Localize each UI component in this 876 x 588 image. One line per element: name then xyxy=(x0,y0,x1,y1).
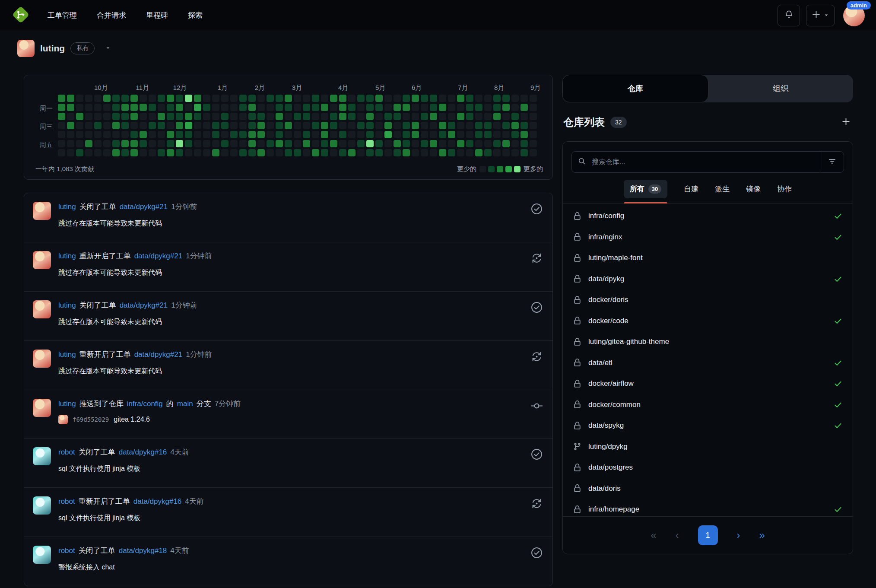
page-current[interactable]: 1 xyxy=(698,525,718,545)
fork-icon xyxy=(573,442,582,451)
repo-list-item[interactable]: infra/nginx xyxy=(573,227,842,248)
avatar[interactable] xyxy=(33,300,51,318)
lock-icon xyxy=(573,422,582,430)
repo-link[interactable]: infra/nginx xyxy=(588,233,622,242)
tab-repositories[interactable]: 仓库 xyxy=(562,75,708,102)
repo-link[interactable]: docker/code xyxy=(588,317,628,325)
tab-organizations[interactable]: 组织 xyxy=(708,75,854,102)
target-link[interactable]: data/dpykg#16 xyxy=(133,497,182,506)
repo-list-item[interactable]: infra/homepage xyxy=(573,499,842,516)
heatmap-cell xyxy=(303,131,310,138)
target-link[interactable]: data/dpykg#21 xyxy=(120,203,168,211)
repo-link[interactable]: infra/config xyxy=(588,212,624,220)
avatar[interactable] xyxy=(33,496,51,515)
repo-link[interactable]: data/etl xyxy=(588,359,613,367)
nav-explore[interactable]: 探索 xyxy=(188,10,203,20)
heatmap-cell xyxy=(430,95,437,102)
page-last-button[interactable]: » xyxy=(759,529,765,541)
repo-list-item[interactable]: data/doris xyxy=(573,478,842,499)
heatmap-cell xyxy=(330,104,337,111)
repo-link[interactable]: luting/maple-font xyxy=(588,254,643,262)
repo-filter-active[interactable]: 所有30 xyxy=(624,175,667,203)
repo-link[interactable]: luting/dpykg xyxy=(588,442,628,451)
heatmap-cell xyxy=(439,104,446,111)
repo-link[interactable]: data/doris xyxy=(588,484,621,493)
repo-list-item[interactable]: docker/code xyxy=(573,311,842,332)
avatar[interactable] xyxy=(33,399,51,417)
repo-link[interactable]: luting/gitea-github-theme xyxy=(588,337,669,346)
repo-list-item[interactable]: docker/doris xyxy=(573,289,842,311)
activity-feed: luting关闭了工单data/dpykg#211分钟前跳过存在版本可能导致未更… xyxy=(24,193,553,586)
repo-list-item[interactable]: data/dpykg xyxy=(573,269,842,290)
user-link[interactable]: luting xyxy=(58,203,76,211)
nav-merge-requests[interactable]: 合并请求 xyxy=(97,10,126,20)
user-menu[interactable]: admin xyxy=(843,5,865,26)
branch-link[interactable]: main xyxy=(177,400,193,408)
target-link[interactable]: data/dpykg#21 xyxy=(120,301,168,310)
target-link[interactable]: data/dpykg#21 xyxy=(134,252,183,261)
user-link[interactable]: robot xyxy=(58,448,75,457)
repo-link[interactable]: docker/common xyxy=(588,400,641,409)
repo-link[interactable]: docker/airflow xyxy=(588,379,634,388)
repo-filter-item[interactable]: 镜像 xyxy=(746,175,761,203)
repo-list-item[interactable]: data/spykg xyxy=(573,415,842,436)
repo-list-item[interactable]: data/etl xyxy=(573,353,842,374)
repo-link[interactable]: data/dpykg xyxy=(588,275,624,283)
feed-item-content: luting关闭了工单data/dpykg#211分钟前跳过存在版本可能导致未更… xyxy=(58,202,523,228)
heatmap-cell xyxy=(221,122,229,129)
avatar[interactable] xyxy=(33,350,51,368)
repo-filter-button[interactable] xyxy=(820,152,844,172)
heatmap-cell xyxy=(167,149,174,156)
repo-filter-item[interactable]: 自建 xyxy=(684,175,698,203)
user-link[interactable]: luting xyxy=(58,350,76,359)
repo-filter-item[interactable]: 派生 xyxy=(715,175,730,203)
gitea-logo[interactable] xyxy=(11,5,30,26)
plus-icon xyxy=(841,117,851,128)
repo-list-item[interactable]: data/postgres xyxy=(573,457,842,478)
user-link[interactable]: robot xyxy=(58,547,75,555)
avatar[interactable] xyxy=(17,40,35,57)
avatar[interactable] xyxy=(33,546,51,564)
page-prev-button[interactable]: ‹ xyxy=(676,529,679,541)
issue-reopened-icon xyxy=(530,251,543,277)
target-link[interactable]: data/dpykg#16 xyxy=(119,448,167,457)
repo-filter-item[interactable]: 协作 xyxy=(777,175,792,203)
user-link[interactable]: luting xyxy=(58,252,76,261)
repo-link[interactable]: data/postgres xyxy=(588,463,633,472)
user-link[interactable]: robot xyxy=(58,497,75,506)
repo-list-item[interactable]: infra/config xyxy=(573,206,842,227)
commit-sha[interactable]: f69d552029 xyxy=(73,416,109,423)
repo-list-item[interactable]: luting/dpykg xyxy=(573,436,842,458)
avatar[interactable] xyxy=(33,202,51,220)
repo-list-item[interactable]: docker/common xyxy=(573,394,842,416)
avatar[interactable] xyxy=(33,447,51,465)
repo-link[interactable]: docker/doris xyxy=(588,296,628,304)
lock-icon xyxy=(573,464,582,472)
nav-issues[interactable]: 工单管理 xyxy=(48,10,77,20)
target-link[interactable]: data/dpykg#21 xyxy=(134,350,183,359)
user-link[interactable]: luting xyxy=(58,400,76,408)
repo-list-item[interactable]: docker/airflow xyxy=(573,373,842,394)
heatmap-cell xyxy=(248,149,256,156)
avatar[interactable] xyxy=(33,251,51,269)
gitea-logo[interactable] xyxy=(11,5,30,26)
page-next-button[interactable]: › xyxy=(737,529,740,541)
search-input[interactable] xyxy=(591,158,820,166)
repo-list-item[interactable]: luting/gitea-github-theme xyxy=(573,331,842,353)
page-first-button[interactable]: « xyxy=(651,529,656,541)
notifications-button[interactable] xyxy=(778,5,800,26)
user-link[interactable]: luting xyxy=(58,301,76,310)
target-link[interactable]: data/dpykg#18 xyxy=(119,547,167,555)
repo-link[interactable]: data/spykg xyxy=(588,421,624,430)
repo-link[interactable]: infra/homepage xyxy=(588,505,639,514)
chevron-down-icon[interactable] xyxy=(105,44,111,52)
heatmap-cell xyxy=(149,149,156,156)
heatmap-cell xyxy=(330,149,337,156)
create-new-button[interactable] xyxy=(806,5,835,26)
heatmap-cell xyxy=(348,149,355,156)
target-link[interactable]: infra/config xyxy=(127,400,163,408)
heatmap-cell xyxy=(521,104,528,111)
nav-milestones[interactable]: 里程碑 xyxy=(146,10,168,20)
repo-list-item[interactable]: luting/maple-font xyxy=(573,248,842,269)
new-repo-button[interactable] xyxy=(841,117,851,128)
